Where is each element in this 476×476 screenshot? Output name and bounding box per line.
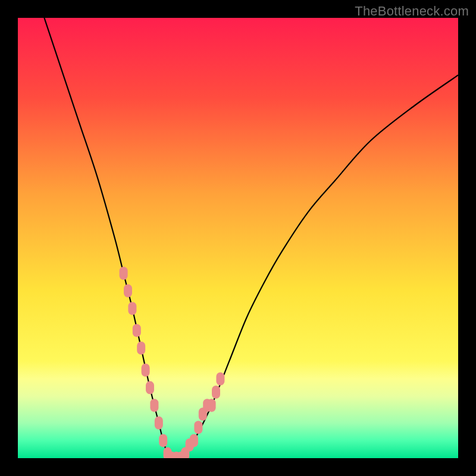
marker-point xyxy=(155,416,163,430)
marker-point xyxy=(159,434,167,447)
bottleneck-curve xyxy=(44,18,458,458)
marker-point xyxy=(208,399,216,412)
plot-area xyxy=(18,18,458,458)
marker-point xyxy=(133,324,141,337)
watermark-text: TheBottleneck.com xyxy=(355,4,469,19)
marker-point xyxy=(216,372,224,386)
marker-point xyxy=(146,381,154,394)
marker-point xyxy=(194,421,202,434)
marker-point xyxy=(212,386,220,399)
chart-frame: TheBottleneck.com xyxy=(0,0,476,476)
curve-layer xyxy=(18,18,458,458)
marker-point xyxy=(137,342,145,355)
marker-point xyxy=(150,399,158,412)
marker-group xyxy=(120,267,225,458)
marker-point xyxy=(128,302,136,315)
marker-point xyxy=(124,284,132,298)
marker-point xyxy=(120,267,128,280)
marker-point xyxy=(142,364,150,377)
marker-point xyxy=(190,434,198,447)
